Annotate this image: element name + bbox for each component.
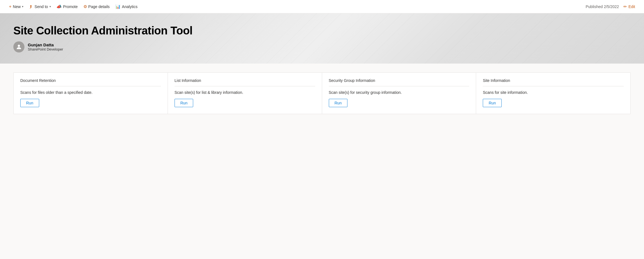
author-role: SharePoint Developer [28, 47, 63, 51]
chart-icon: 📊 [115, 4, 121, 9]
author-name: Gunjan Datta [28, 42, 63, 47]
new-chevron-icon: ▾ [22, 5, 23, 8]
toolbar-left: + New ▾ ⮭ Send to ▾ 📣 Promote ⚙ Page det… [7, 2, 585, 11]
page-title: Site Collection Administration Tool [13, 24, 631, 37]
promote-icon: 📣 [56, 4, 62, 9]
card-description-security-group: Scan site(s) for security group informat… [329, 90, 469, 95]
promote-label: Promote [63, 4, 78, 9]
card-header-doc-retention: Document Retention [20, 78, 161, 86]
edit-button[interactable]: ✏ Edit [621, 2, 637, 11]
card-description-list-info: Scan site(s) for list & library informat… [175, 90, 315, 95]
card-description-site-info: Scans for site information. [483, 90, 624, 95]
card-header-site-info: Site Information [483, 78, 624, 86]
pencil-icon: ✏ [623, 4, 627, 9]
card-description-doc-retention: Scans for files older than a specified d… [20, 90, 161, 95]
svg-point-0 [18, 45, 20, 47]
person-icon [16, 44, 22, 50]
published-text: Published 2/5/2022 [586, 4, 619, 9]
promote-button[interactable]: 📣 Promote [54, 2, 80, 11]
analytics-button[interactable]: 📊 Analytics [113, 2, 140, 11]
edit-label: Edit [628, 4, 635, 9]
plus-icon: + [9, 4, 11, 9]
run-button-list-info[interactable]: Run [175, 99, 193, 107]
sendto-button[interactable]: ⮭ Send to ▾ [27, 2, 53, 11]
analytics-label: Analytics [122, 4, 138, 9]
toolbar: + New ▾ ⮭ Send to ▾ 📣 Promote ⚙ Page det… [0, 0, 644, 13]
new-button[interactable]: + New ▾ [7, 2, 26, 11]
toolbar-right: Published 2/5/2022 ✏ Edit [586, 2, 637, 11]
card-list-info: List Information Scan site(s) for list &… [168, 73, 322, 114]
sendto-chevron-icon: ▾ [49, 5, 51, 8]
run-button-site-info[interactable]: Run [483, 99, 502, 107]
pagedetails-label: Page details [88, 4, 110, 9]
main-content: Document Retention Scans for files older… [0, 64, 644, 259]
author-info: Gunjan Datta SharePoint Developer [28, 42, 63, 51]
author-section: Gunjan Datta SharePoint Developer [13, 41, 631, 52]
card-doc-retention: Document Retention Scans for files older… [14, 73, 168, 114]
cards-grid: Document Retention Scans for files older… [13, 72, 631, 114]
run-button-doc-retention[interactable]: Run [20, 99, 39, 107]
card-header-security-group: Security Group Information [329, 78, 469, 86]
sendto-label: Send to [34, 4, 48, 9]
share-icon: ⮭ [29, 4, 33, 9]
new-label: New [13, 4, 21, 9]
run-button-security-group[interactable]: Run [329, 99, 348, 107]
card-site-info: Site Information Scans for site informat… [476, 73, 630, 114]
gear-icon: ⚙ [83, 4, 87, 9]
hero-banner: Site Collection Administration Tool Gunj… [0, 13, 644, 64]
card-security-group: Security Group Information Scan site(s) … [322, 73, 476, 114]
card-header-list-info: List Information [175, 78, 315, 86]
pagedetails-button[interactable]: ⚙ Page details [81, 2, 112, 11]
avatar [13, 41, 24, 52]
